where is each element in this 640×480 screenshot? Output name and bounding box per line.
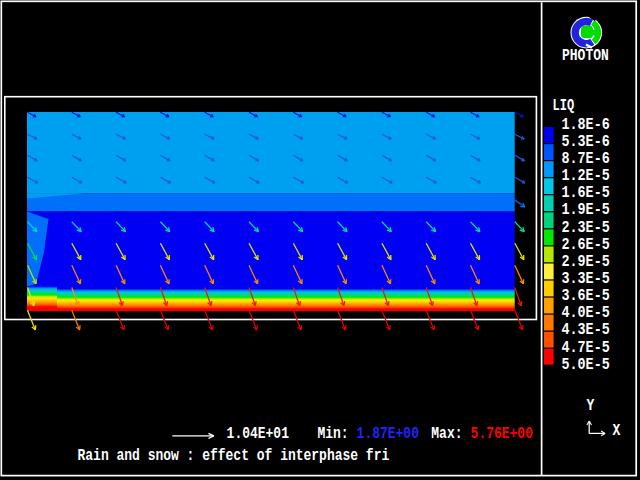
svg-text:Y: Y xyxy=(587,395,596,415)
svg-text:1.04E+01: 1.04E+01 xyxy=(227,423,289,443)
svg-text:5.0E-5: 5.0E-5 xyxy=(562,354,610,374)
svg-text:PHOTON: PHOTON xyxy=(562,46,609,66)
svg-text:Max:: Max: xyxy=(431,423,462,443)
svg-text:Min:: Min: xyxy=(317,423,348,443)
svg-text:Rain and snow : effect of inte: Rain and snow : effect of interphase fri xyxy=(78,445,390,465)
svg-text:1.87E+00: 1.87E+00 xyxy=(357,423,419,443)
svg-text:5.76E+00: 5.76E+00 xyxy=(471,423,533,443)
svg-text:X: X xyxy=(613,421,622,441)
svg-text:LIQ: LIQ xyxy=(553,96,575,114)
